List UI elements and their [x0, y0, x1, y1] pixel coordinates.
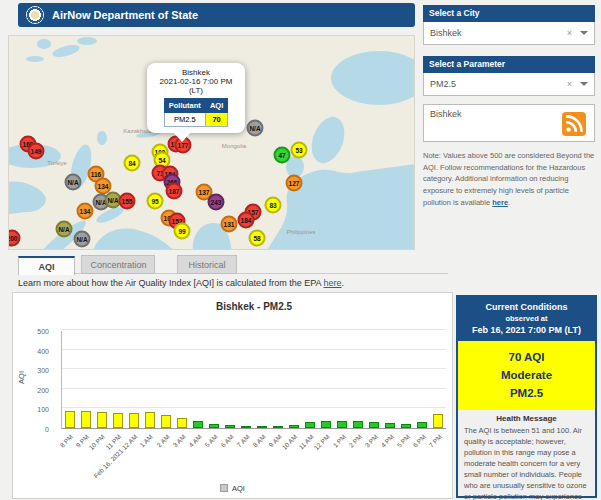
- gridline: [62, 388, 446, 389]
- aqi-marker[interactable]: N/A: [247, 120, 264, 137]
- x-label-slot: 10 AM: [286, 430, 302, 476]
- y-tick-label: 100: [23, 406, 49, 413]
- parameter-select[interactable]: PM2.5 ×: [423, 73, 595, 96]
- chart-bar[interactable]: [337, 421, 347, 428]
- popup-city: Bishkek: [151, 68, 241, 77]
- chart-bar[interactable]: [145, 412, 155, 428]
- aqi-marker[interactable]: 155: [119, 193, 136, 210]
- bar-slot: [302, 330, 318, 428]
- chart-bar[interactable]: [193, 421, 203, 428]
- chart-bar[interactable]: [417, 422, 427, 428]
- chart-bar[interactable]: [257, 426, 267, 428]
- x-tick-label: 5 PM: [395, 433, 411, 449]
- gridline: [62, 349, 446, 350]
- conditions-aqi-block: 70 AQI Moderate PM2.5: [458, 341, 595, 410]
- current-conditions-panel: Current Conditions observed at Feb 16, 2…: [456, 295, 597, 498]
- bar-slot: [94, 330, 110, 428]
- chart-bar[interactable]: [129, 413, 139, 428]
- bar-slot: [206, 330, 222, 428]
- bar-slot: [62, 330, 78, 428]
- chart-bar[interactable]: [177, 418, 187, 428]
- chart-bar[interactable]: [161, 415, 171, 428]
- conditions-title: Current Conditions: [460, 302, 593, 312]
- page: AirNow Department of State: [0, 0, 601, 500]
- chart-bar[interactable]: [401, 424, 411, 428]
- chart-bar[interactable]: [305, 422, 315, 428]
- tab-historical[interactable]: Historical: [177, 255, 237, 274]
- chart-bar[interactable]: [113, 413, 123, 428]
- aqi-marker[interactable]: 53: [291, 142, 308, 159]
- learn-more-body: Learn more about how the Air Quality Ind…: [18, 278, 324, 288]
- aqi-marker[interactable]: 187: [166, 183, 183, 200]
- note-here-link[interactable]: here: [492, 198, 508, 207]
- chart-bar[interactable]: [241, 426, 251, 428]
- aqi-marker[interactable]: 131: [221, 216, 238, 233]
- chart-bar[interactable]: [225, 425, 235, 428]
- y-tick-label: 200: [23, 387, 49, 394]
- conditions-header: Current Conditions observed at Feb 16, 2…: [458, 297, 595, 341]
- chart-bar[interactable]: [65, 411, 75, 428]
- x-label-slot: 7 PM: [430, 430, 446, 476]
- chart-bar[interactable]: [81, 411, 91, 428]
- aqi-map[interactable]: 160149N/A116134N/AN/A155134N/A200N/A8410…: [8, 35, 415, 250]
- rss-icon[interactable]: [562, 112, 586, 136]
- x-label-slot: 12 PM: [318, 430, 334, 476]
- bar-slot: [222, 330, 238, 428]
- x-tick-label: 6 AM: [219, 433, 234, 448]
- chart-bar[interactable]: [289, 425, 299, 428]
- bar-slot: [158, 330, 174, 428]
- tab-concentration[interactable]: Concentration: [81, 255, 155, 274]
- chart-bar[interactable]: [385, 423, 395, 428]
- map-place-label: Mongolia: [222, 143, 246, 149]
- epa-here-link[interactable]: here: [324, 278, 342, 288]
- bar-slot: [430, 330, 446, 428]
- clear-city-icon[interactable]: ×: [567, 28, 572, 38]
- x-tick-label: 5 AM: [203, 433, 218, 448]
- y-tick-label: 300: [23, 367, 49, 374]
- aqi-marker[interactable]: N/A: [56, 221, 73, 238]
- chart-bar[interactable]: [273, 426, 283, 428]
- bar-slot: [78, 330, 94, 428]
- aqi-marker[interactable]: 84: [124, 155, 141, 172]
- aqi-marker[interactable]: 58: [249, 230, 266, 247]
- aqi-marker[interactable]: N/A: [74, 231, 91, 248]
- aqi-marker[interactable]: 99: [174, 223, 191, 240]
- x-label-slot: 8 PM: [61, 430, 77, 476]
- aqi-marker[interactable]: 243: [208, 194, 225, 211]
- clear-parameter-icon[interactable]: ×: [567, 79, 572, 89]
- bar-slot: [414, 330, 430, 428]
- x-tick-label: 7 PM: [427, 433, 443, 449]
- aqi-marker[interactable]: 83: [265, 197, 282, 214]
- x-tick-label: 4 AM: [187, 433, 202, 448]
- legend-label: AQI: [232, 484, 245, 493]
- aqi-marker[interactable]: 134: [77, 203, 94, 220]
- aqi-marker[interactable]: 95: [147, 193, 164, 210]
- city-dropdown-caret-icon[interactable]: [580, 31, 588, 35]
- city-select-value: Bishkek: [430, 28, 567, 38]
- aqi-marker[interactable]: N/A: [65, 174, 82, 191]
- x-label-slot: Feb 16, 2021 12 AM: [125, 430, 141, 476]
- y-tick-label: 400: [23, 348, 49, 355]
- popup-pollutant-value: PM2.5: [164, 113, 205, 127]
- note-text: Note: Values above 500 are considered Be…: [423, 150, 597, 208]
- chart-title: Bishkek - PM2.5: [61, 301, 447, 312]
- chart-bar[interactable]: [433, 414, 443, 428]
- chart-bar[interactable]: [369, 422, 379, 428]
- aqi-marker[interactable]: 149: [28, 143, 45, 160]
- bar-slot: [110, 330, 126, 428]
- chart-bar[interactable]: [321, 421, 331, 428]
- health-message: Health Message The AQI is between 51 and…: [458, 410, 595, 500]
- tab-aqi[interactable]: AQI: [18, 256, 75, 275]
- aqi-marker[interactable]: 47: [274, 147, 291, 164]
- bar-slot: [366, 330, 382, 428]
- x-label-slot: 9 AM: [270, 430, 286, 476]
- chart-bar[interactable]: [209, 424, 219, 428]
- chart-bar[interactable]: [97, 412, 107, 428]
- aqi-marker[interactable]: 184: [238, 212, 255, 229]
- parameter-dropdown-caret-icon[interactable]: [580, 82, 588, 86]
- city-select[interactable]: Bishkek ×: [423, 22, 595, 45]
- aqi-marker[interactable]: 127: [286, 175, 303, 192]
- chart-bars: [62, 330, 446, 428]
- dept-of-state-seal-icon: [26, 6, 44, 24]
- chart-bar[interactable]: [353, 421, 363, 428]
